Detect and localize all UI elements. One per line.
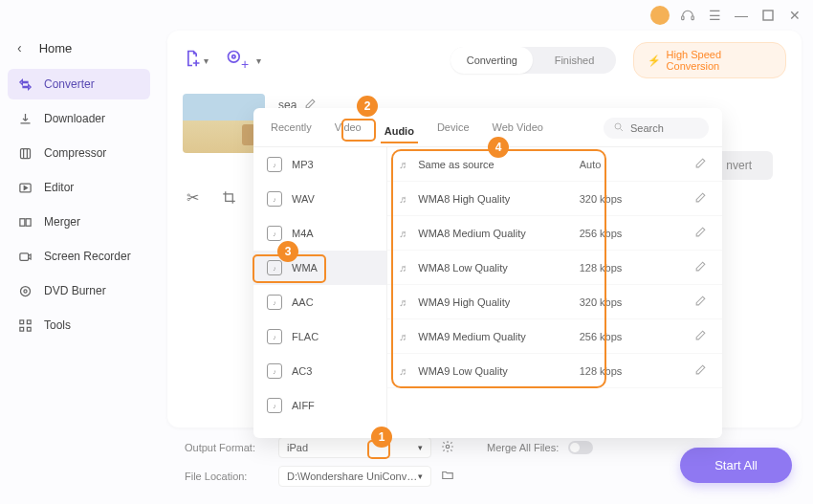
quality-item[interactable]: ♬WMA8 Low Quality128 kbps — [387, 251, 722, 285]
quality-item[interactable]: ♬WMA8 High Quality320 kbps — [387, 182, 722, 216]
edit-icon[interactable] — [694, 191, 707, 206]
gear-icon[interactable] — [441, 440, 454, 455]
file-location-label: File Location: — [185, 471, 269, 482]
tab-web-video[interactable]: Web Video — [489, 118, 547, 139]
format-mp3[interactable]: ♪MP3 — [253, 147, 386, 182]
bolt-icon: ⚡ — [648, 55, 661, 67]
crop-icon[interactable] — [219, 187, 238, 207]
toolbar: ▾ + ▾ Converting Finished ⚡ High Speed C… — [183, 42, 786, 78]
headset-icon[interactable] — [679, 7, 696, 24]
open-folder-icon[interactable] — [441, 469, 454, 484]
downloader-icon — [17, 111, 33, 126]
quality-item[interactable]: ♬WMA8 Medium Quality256 kbps — [387, 216, 722, 251]
editor-icon — [17, 180, 33, 195]
close-icon[interactable]: ✕ — [786, 7, 803, 24]
sidebar-item-dvd-burner[interactable]: DVD Burner — [8, 275, 150, 306]
avatar[interactable] — [650, 6, 670, 25]
quality-item[interactable]: ♬WMA9 High Quality320 kbps — [387, 285, 722, 319]
seg-converting[interactable]: Converting — [450, 47, 533, 74]
output-format-dropdown[interactable]: iPad ▾ — [278, 437, 431, 458]
file-location-dropdown[interactable]: D:\Wondershare UniConverter 1 ▾ — [278, 466, 431, 487]
sidebar-item-merger[interactable]: Merger — [8, 207, 150, 237]
format-wav[interactable]: ♪WAV — [253, 182, 386, 216]
svg-point-8 — [20, 286, 30, 296]
edit-icon[interactable] — [694, 329, 707, 343]
sidebar-item-editor[interactable]: Editor — [8, 172, 150, 203]
sidebar-item-label: Tools — [44, 318, 71, 332]
tab-video[interactable]: Video — [331, 118, 365, 139]
audio-format-icon: ♪ — [267, 398, 282, 413]
edit-icon[interactable] — [694, 157, 707, 171]
tab-recently[interactable]: Recently — [267, 118, 316, 139]
svg-point-16 — [446, 445, 450, 449]
search-field[interactable] — [630, 122, 697, 134]
sidebar-item-label: Editor — [44, 181, 74, 194]
sidebar-item-label: Screen Recorder — [44, 250, 131, 263]
tab-audio[interactable]: Audio — [381, 121, 418, 143]
tools-icon — [17, 318, 33, 333]
add-disc-button[interactable]: + ▾ — [226, 49, 261, 73]
high-speed-chip[interactable]: ⚡ High Speed Conversion — [633, 42, 786, 78]
music-icon: ♬ — [399, 193, 406, 205]
music-icon: ♬ — [399, 159, 406, 170]
quality-item[interactable]: ♬WMA9 Medium Quality256 kbps — [387, 319, 722, 354]
edit-icon[interactable] — [694, 363, 707, 378]
menu-icon[interactable]: ☰ — [706, 7, 723, 24]
trim-icon[interactable]: ✂ — [183, 187, 202, 207]
tab-device[interactable]: Device — [433, 118, 473, 139]
audio-format-icon: ♪ — [267, 295, 282, 310]
recorder-icon — [17, 249, 33, 264]
quality-item[interactable]: ♬Same as sourceAuto — [387, 147, 722, 182]
output-format-label: Output Format: — [185, 442, 269, 453]
music-icon: ♬ — [399, 331, 406, 342]
converter-icon — [17, 77, 33, 92]
disc-icon — [17, 283, 33, 298]
format-aiff[interactable]: ♪AIFF — [253, 388, 386, 423]
sidebar-item-label: Downloader — [44, 112, 105, 125]
quality-item[interactable]: ♬WMA9 Low Quality128 kbps — [387, 354, 722, 388]
svg-rect-12 — [19, 327, 23, 331]
svg-rect-11 — [27, 319, 31, 323]
sidebar-item-converter[interactable]: Converter — [8, 69, 150, 99]
merger-icon — [17, 214, 33, 230]
sidebar-item-screen-recorder[interactable]: Screen Recorder — [8, 241, 150, 272]
svg-rect-2 — [763, 11, 773, 20]
compressor-icon — [17, 145, 33, 161]
svg-rect-3 — [20, 148, 30, 158]
sidebar: ‹ Home Converter Downloader Compressor E… — [0, 27, 158, 504]
format-list: ♪MP3 ♪WAV ♪M4A ♪WMA ♪AAC ♪FLAC ♪AC3 ♪AIF… — [253, 147, 387, 438]
start-all-button[interactable]: Start All — [680, 448, 792, 483]
sidebar-item-downloader[interactable]: Downloader — [8, 103, 150, 134]
popover-tabs: Recently Video Audio Device Web Video — [253, 108, 722, 147]
format-ac3[interactable]: ♪AC3 — [253, 354, 386, 388]
back-home[interactable]: ‹ Home — [8, 34, 150, 69]
audio-format-icon: ♪ — [267, 226, 282, 241]
svg-rect-0 — [682, 16, 684, 20]
segment: Converting Finished — [450, 47, 615, 74]
sidebar-item-compressor[interactable]: Compressor — [8, 138, 150, 168]
home-label: Home — [39, 41, 73, 55]
svg-rect-7 — [19, 252, 28, 260]
edit-icon[interactable] — [694, 295, 707, 309]
seg-finished[interactable]: Finished — [533, 47, 615, 74]
edit-icon[interactable] — [694, 260, 707, 274]
maximize-icon[interactable] — [759, 7, 777, 24]
svg-rect-13 — [27, 327, 31, 331]
edit-icon[interactable] — [694, 226, 707, 240]
search-input[interactable] — [604, 118, 709, 139]
sidebar-item-tools[interactable]: Tools — [8, 310, 150, 340]
edit-tools: ✂ — [183, 187, 238, 207]
merge-toggle[interactable] — [568, 441, 593, 454]
music-icon: ♬ — [399, 365, 406, 377]
svg-point-14 — [229, 51, 240, 62]
format-m4a[interactable]: ♪M4A — [253, 216, 386, 251]
add-file-button[interactable]: ▾ — [183, 49, 209, 73]
format-flac[interactable]: ♪FLAC — [253, 319, 386, 354]
format-wma[interactable]: ♪WMA — [253, 251, 386, 285]
chevron-left-icon: ‹ — [17, 40, 22, 55]
minimize-icon[interactable]: — — [733, 7, 750, 24]
sidebar-item-label: DVD Burner — [44, 284, 106, 297]
svg-point-9 — [23, 289, 26, 292]
format-aac[interactable]: ♪AAC — [253, 285, 386, 319]
audio-format-icon: ♪ — [267, 260, 282, 275]
